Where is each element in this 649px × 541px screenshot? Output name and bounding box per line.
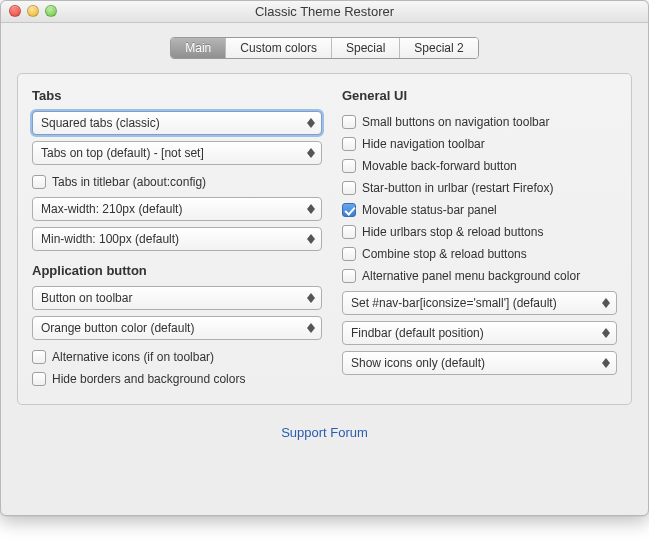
checkbox-label: Alternative icons (if on toolbar)	[52, 350, 214, 364]
zoom-icon[interactable]	[45, 5, 57, 17]
tab-bar: Main Custom colors Special Special 2	[1, 37, 648, 59]
iconsize-select[interactable]: Set #nav-bar[iconsize='small'] (default)	[342, 291, 617, 315]
checkbox-icon	[32, 372, 46, 386]
appbutton-hideborders-checkbox[interactable]: Hide borders and background colors	[32, 368, 322, 390]
section-title-general: General UI	[342, 88, 617, 103]
window-title: Classic Theme Restorer	[255, 4, 394, 19]
checkbox-label: Movable status-bar panel	[362, 203, 497, 217]
support-forum-link[interactable]: Support Forum	[281, 425, 368, 440]
star-urlbar-checkbox[interactable]: Star-button in urlbar (restart Firefox)	[342, 177, 617, 199]
combine-stop-reload-checkbox[interactable]: Combine stop & reload buttons	[342, 243, 617, 265]
tabs-minwidth-select[interactable]: Min-width: 100px (default)	[32, 227, 322, 251]
tab-special[interactable]: Special	[332, 38, 400, 58]
checkbox-label: Movable back-forward button	[362, 159, 517, 173]
checkbox-icon	[32, 350, 46, 364]
section-title-tabs: Tabs	[32, 88, 322, 103]
checkbox-icon	[342, 137, 356, 151]
checkbox-icon	[342, 203, 356, 217]
tab-main[interactable]: Main	[171, 38, 226, 58]
hide-navbar-checkbox[interactable]: Hide navigation toolbar	[342, 133, 617, 155]
checkbox-label: Hide navigation toolbar	[362, 137, 485, 151]
findbar-select[interactable]: Findbar (default position)	[342, 321, 617, 345]
tab-special-2[interactable]: Special 2	[400, 38, 477, 58]
appbutton-alticons-checkbox[interactable]: Alternative icons (if on toolbar)	[32, 346, 322, 368]
small-buttons-checkbox[interactable]: Small buttons on navigation toolbar	[342, 111, 617, 133]
tabs-style-select[interactable]: Squared tabs (classic)	[32, 111, 322, 135]
checkbox-label: Hide borders and background colors	[52, 372, 245, 386]
checkbox-icon	[342, 247, 356, 261]
tabs-titlebar-checkbox[interactable]: Tabs in titlebar (about:config)	[32, 171, 322, 193]
appbutton-location-select[interactable]: Button on toolbar	[32, 286, 322, 310]
tab-strip: Main Custom colors Special Special 2	[170, 37, 478, 59]
checkbox-label: Alternative panel menu background color	[362, 269, 580, 283]
checkbox-label: Small buttons on navigation toolbar	[362, 115, 549, 129]
main-panel: Tabs Squared tabs (classic) Tabs on top …	[17, 73, 632, 405]
checkbox-icon	[342, 181, 356, 195]
checkbox-icon	[342, 225, 356, 239]
showicons-select[interactable]: Show icons only (default)	[342, 351, 617, 375]
titlebar[interactable]: Classic Theme Restorer	[1, 1, 648, 23]
checkbox-icon	[342, 159, 356, 173]
appbutton-color-select[interactable]: Orange button color (default)	[32, 316, 322, 340]
minimize-icon[interactable]	[27, 5, 39, 17]
checkbox-icon	[342, 115, 356, 129]
checkbox-icon	[32, 175, 46, 189]
footer: Support Forum	[1, 425, 648, 440]
hide-stop-reload-checkbox[interactable]: Hide urlbars stop & reload buttons	[342, 221, 617, 243]
checkbox-label: Hide urlbars stop & reload buttons	[362, 225, 543, 239]
close-icon[interactable]	[9, 5, 21, 17]
tabs-position-select[interactable]: Tabs on top (default) - [not set]	[32, 141, 322, 165]
checkbox-label: Star-button in urlbar (restart Firefox)	[362, 181, 553, 195]
traffic-lights	[9, 5, 57, 17]
checkbox-icon	[342, 269, 356, 283]
alt-panel-bg-checkbox[interactable]: Alternative panel menu background color	[342, 265, 617, 287]
section-title-appbutton: Application button	[32, 263, 322, 278]
window: Classic Theme Restorer Main Custom color…	[0, 0, 649, 516]
checkbox-label: Combine stop & reload buttons	[362, 247, 527, 261]
movable-status-checkbox[interactable]: Movable status-bar panel	[342, 199, 617, 221]
tabs-maxwidth-select[interactable]: Max-width: 210px (default)	[32, 197, 322, 221]
checkbox-label: Tabs in titlebar (about:config)	[52, 175, 206, 189]
tab-custom-colors[interactable]: Custom colors	[226, 38, 332, 58]
movable-back-forward-checkbox[interactable]: Movable back-forward button	[342, 155, 617, 177]
